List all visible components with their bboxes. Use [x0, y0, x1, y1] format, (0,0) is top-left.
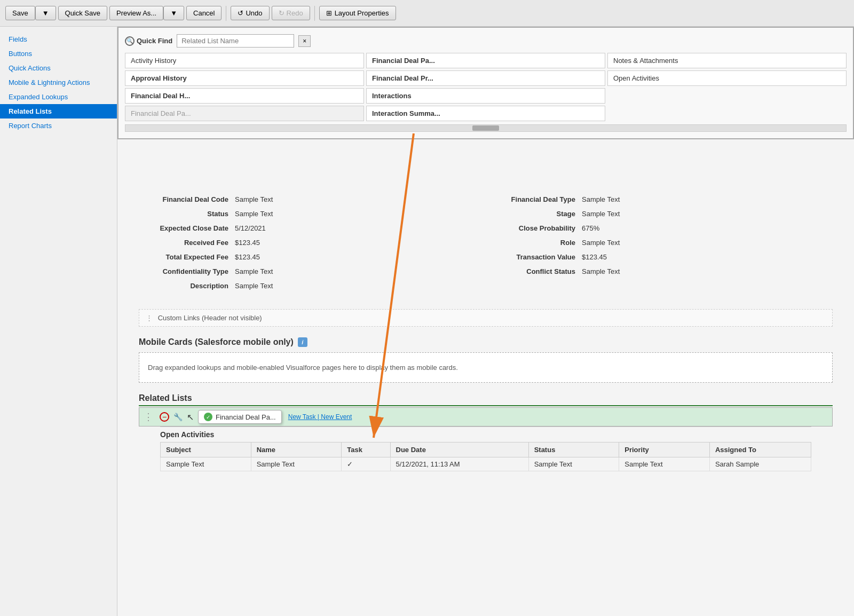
table-header-status: Status: [528, 443, 619, 457]
table-header-name: Name: [251, 443, 342, 457]
mobile-cards-title-text: Mobile Cards (Salesforce mobile only): [139, 337, 294, 347]
list-item[interactable]: Notes & Attachments: [607, 53, 847, 68]
related-lists-section: Related Lists ⋮ − 🔧 ↖ ✓ Financial Deal P…: [139, 393, 833, 471]
related-lists-title: Related Lists: [139, 393, 833, 406]
undo-button[interactable]: ↺ Undo: [231, 6, 269, 20]
list-item-empty: [607, 88, 847, 104]
field-value: Sample Text: [235, 282, 273, 290]
field-label: Transaction Value: [486, 253, 582, 261]
quick-find-popup: 🔍 Quick Find × Activity History Financia…: [117, 27, 854, 139]
field-value: Sample Text: [582, 267, 620, 275]
search-icon: 🔍: [125, 36, 135, 46]
custom-links-text: Custom Links (Header not visible): [158, 314, 262, 322]
field-value: $123.45: [582, 253, 607, 261]
cell-task: ✓: [342, 457, 390, 471]
list-item[interactable]: Interactions: [366, 88, 605, 104]
preview-as-button-group: Preview As... ▼: [109, 6, 184, 20]
quick-save-button[interactable]: Quick Save: [58, 6, 107, 20]
form-section: Financial Deal Code Sample Text Status S…: [117, 181, 854, 304]
divider2: [314, 6, 315, 21]
wrench-icon[interactable]: 🔧: [173, 413, 183, 421]
field-label: Total Expected Fee: [139, 253, 235, 261]
quick-find-clear-button[interactable]: ×: [298, 35, 311, 47]
grid-icon: ⊞: [326, 9, 332, 17]
cell-status: Sample Text: [528, 457, 619, 471]
list-item[interactable]: Financial Deal Pr...: [366, 70, 605, 86]
scroll-thumb: [472, 125, 499, 131]
undo-icon: ↺: [238, 9, 243, 17]
layout-props-label: Layout Properties: [335, 9, 389, 17]
form-grid: Financial Deal Code Sample Text Status S…: [139, 192, 833, 293]
sidebar-item-report-charts[interactable]: Report Charts: [0, 119, 117, 133]
field-label: Confidentiality Type: [139, 267, 235, 275]
sidebar-item-expanded-lookups[interactable]: Expanded Lookups: [0, 90, 117, 104]
preview-dropdown-button[interactable]: ▼: [163, 6, 184, 20]
form-row: Close Probability 675%: [486, 221, 833, 235]
list-item[interactable]: Activity History: [125, 53, 364, 68]
field-value: Sample Text: [582, 239, 620, 247]
open-activities-section: Open Activities Subject Name Task Due Da…: [160, 427, 811, 471]
list-item[interactable]: Interaction Summa...: [366, 106, 605, 121]
open-activities-table: Subject Name Task Due Date Status Priori…: [160, 442, 811, 471]
form-row: Role Sample Text: [486, 235, 833, 250]
field-value: 675%: [582, 224, 599, 232]
form-row: Description Sample Text: [139, 279, 486, 293]
custom-links-section: ⋮ Custom Links (Header not visible): [139, 309, 833, 327]
drag-bar[interactable]: ⋮ − 🔧 ↖ ✓ Financial Deal Pa... New Task …: [139, 407, 833, 427]
quick-find-grid: Activity History Financial Deal Pa... No…: [125, 53, 847, 121]
drag-action-buttons[interactable]: New Task | New Event: [288, 413, 352, 421]
mobile-cards-section: Mobile Cards (Salesforce mobile only) i …: [139, 337, 833, 383]
preview-as-button[interactable]: Preview As...: [109, 6, 163, 20]
sidebar-item-fields[interactable]: Fields: [0, 32, 117, 46]
table-header-assigned-to: Assigned To: [709, 443, 811, 457]
content-area: 🔍 Quick Find × Activity History Financia…: [117, 27, 854, 616]
undo-label: Undo: [246, 9, 262, 17]
field-value: $123.45: [235, 253, 260, 261]
mobile-cards-drop-zone[interactable]: Drag expanded lookups and mobile-enabled…: [139, 352, 833, 383]
list-item[interactable]: Financial Deal H...: [125, 88, 364, 104]
list-item[interactable]: Open Activities: [607, 70, 847, 86]
save-button[interactable]: Save: [5, 6, 35, 20]
form-left-column: Financial Deal Code Sample Text Status S…: [139, 192, 486, 293]
sidebar-item-mobile-lightning[interactable]: Mobile & Lightning Actions: [0, 75, 117, 90]
redo-label: Redo: [287, 9, 303, 17]
redo-icon: ↻: [279, 9, 284, 17]
quick-find-text: Quick Find: [137, 37, 172, 45]
cell-due-date: 5/12/2021, 11:13 AM: [390, 457, 528, 471]
table-header-priority: Priority: [619, 443, 710, 457]
quick-find-input[interactable]: [177, 34, 294, 48]
drag-tooltip: ✓ Financial Deal Pa...: [198, 410, 282, 424]
form-row: Total Expected Fee $123.45: [139, 250, 486, 264]
sidebar-item-buttons[interactable]: Buttons: [0, 46, 117, 61]
divider: [226, 6, 226, 21]
save-dropdown-button[interactable]: ▼: [35, 6, 56, 20]
layout-properties-button[interactable]: ⊞ Layout Properties: [319, 6, 396, 20]
sidebar-item-quick-actions[interactable]: Quick Actions: [0, 61, 117, 75]
field-label: Status: [139, 210, 235, 218]
form-right-column: Financial Deal Type Sample Text Stage Sa…: [486, 192, 833, 293]
field-label: Conflict Status: [486, 267, 582, 275]
table-header-due-date: Due Date: [390, 443, 528, 457]
cancel-button[interactable]: Cancel: [186, 6, 222, 20]
drag-handle-dots: ⋮: [144, 411, 153, 423]
field-value: Sample Text: [235, 267, 273, 275]
mobile-cards-drop-text: Drag expanded lookups and mobile-enabled…: [148, 364, 458, 372]
field-label: Stage: [486, 210, 582, 218]
form-row: Conflict Status Sample Text: [486, 264, 833, 279]
field-value: Sample Text: [235, 195, 273, 203]
cursor-icon: ↖: [187, 412, 194, 422]
remove-icon[interactable]: −: [160, 412, 169, 422]
mobile-cards-title: Mobile Cards (Salesforce mobile only) i: [139, 337, 833, 347]
field-label: Expected Close Date: [139, 224, 235, 232]
sidebar-item-related-lists[interactable]: Related Lists: [0, 104, 117, 119]
form-row: Confidentiality Type Sample Text: [139, 264, 486, 279]
field-value: $123.45: [235, 239, 260, 247]
table-row: Sample Text Sample Text ✓ 5/12/2021, 11:…: [161, 457, 811, 471]
field-label: Role: [486, 239, 582, 247]
form-row: Expected Close Date 5/12/2021: [139, 221, 486, 235]
list-item[interactable]: Financial Deal Pa...: [366, 53, 605, 68]
quick-find-scrollbar[interactable]: [125, 124, 847, 132]
field-label: Close Probability: [486, 224, 582, 232]
list-item[interactable]: Approval History: [125, 70, 364, 86]
redo-button[interactable]: ↻ Redo: [272, 6, 310, 20]
